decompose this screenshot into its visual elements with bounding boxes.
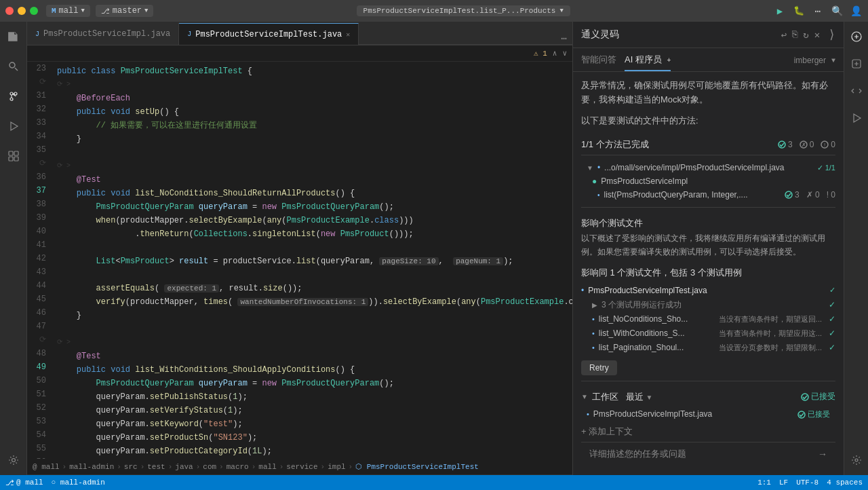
sidebar-item-git[interactable] [4,87,23,106]
run-config[interactable]: PmsProductServiceImplTest.list_P...Produ… [357,5,570,16]
sidebar-item-settings[interactable] [4,451,23,470]
title-center: PmsProductServiceImplTest.list_P...Produ… [159,5,768,16]
status-spaces[interactable]: 4 spaces [827,478,863,487]
breadcrumb-item[interactable]: @ mall [33,463,60,471]
search-icon[interactable]: 🔍 [830,4,844,18]
run-tests-icon[interactable] [847,109,866,128]
test-item-pagination[interactable]: • list_Pagination_Shoul... 当设置分页参数时，期望限制… [581,341,835,355]
unfold-icon[interactable]: ∨ [562,49,567,58]
affect-desc: 以下概述了受影响的测试文件，我将继续应用所有编译通过的测试用例。如果您需要编译失… [581,232,835,258]
panel-action-copy[interactable]: ⎘ [792,29,797,40]
more-tabs-icon[interactable]: ⋯ [561,33,567,44]
recent-chevron[interactable]: ▼ [646,394,652,401]
user-chevron[interactable]: ▼ [831,57,835,64]
editor-area: J PmsProductServiceImpl.java J PmsProduc… [27,22,572,475]
test-item-no-conditions[interactable]: • list_NoConditions_Sho... 当没有查询条件时，期望返回… [581,312,835,326]
panel-action-refresh[interactable]: ↻ [803,29,808,41]
workspace-file-name: PmsProductServiceImplTest.java [593,409,712,419]
status-branch[interactable]: ⎇ @ mall [5,478,43,487]
breadcrumb-item[interactable]: impl [328,463,345,471]
traffic-lights [5,7,38,15]
svg-point-0 [9,62,15,68]
fold-icon[interactable]: ∧ [553,49,557,58]
add-icon[interactable]: + [667,56,671,64]
fullscreen-button[interactable] [30,7,38,15]
code-line: PmsProductQueryParam queryParam = new Pm… [57,377,572,390]
breadcrumb-item[interactable]: java [175,463,193,471]
breadcrumb-item[interactable]: mall [258,463,276,471]
test-check-1: ✓ [829,314,835,324]
code-line [57,322,572,336]
debug-button[interactable]: 🐛 [792,4,806,18]
code-line: public void list_WithConditions_ShouldAp… [57,363,572,377]
more-button[interactable]: ⋯ [811,4,825,18]
tab-smart-qa[interactable]: 智能问答 [581,54,616,71]
file-icon-test: • [581,286,584,295]
svg-point-4 [10,98,13,100]
panel-tabs: 智能问答 AI 程序员 + imberger ▼ [573,48,844,72]
breadcrumb-item[interactable]: mall-admin [69,463,114,471]
stat-warn: ! 0 [821,140,835,149]
main-layout: J PmsProductServiceImpl.java J PmsProduc… [0,22,868,475]
svg-text:✗: ✗ [801,142,806,148]
svg-marker-5 [11,122,18,130]
far-right-sidebar [844,22,868,475]
test-check-2: ✓ [829,328,835,338]
task-input[interactable]: 详细描述您的任务或问题 → [589,448,827,460]
breadcrumb-item[interactable]: ⬡ PmsProductServiceImplTest [355,462,479,471]
test-file-header[interactable]: • PmsProductServiceImplTest.java ✓ [581,283,835,298]
test-item-with-conditions[interactable]: • list_WithConditions_S... 当有查询条件时，期望应用这… [581,326,835,341]
right-settings-icon[interactable] [847,451,866,470]
code-editor[interactable]: 23 ⟳ 31 32 33 34 35 ⟳ 36 37 38 39 40 41 … [27,62,572,459]
run-config-chevron: ▼ [559,7,563,14]
branch-selector[interactable]: ⎇ master ▼ [96,5,154,17]
code-line: queryParam.setBrandId(1L); [57,458,572,459]
svg-point-17 [802,394,808,400]
test-desc-2: 当有查询条件时，期望应用这... [719,328,822,339]
minimize-button[interactable] [18,7,26,15]
code-line: @Test [57,173,572,187]
code-content[interactable]: public class PmsProductServiceImplTest {… [52,62,572,459]
send-icon[interactable]: → [818,449,827,459]
panel-action-close[interactable]: ✕ [814,29,820,41]
code-line: public class PmsProductServiceImplTest { [57,64,572,78]
sidebar-item-explorer[interactable] [4,27,23,46]
tab-label: PmsProductServiceImpl.java [43,29,170,39]
breadcrumb-item[interactable]: service [286,463,317,471]
workspace-file-icon: • [587,410,589,418]
tab-close-button[interactable]: ✕ [346,31,350,39]
status-encoding[interactable]: UTF-8 [796,478,818,487]
file-tree-root[interactable]: ▼ • ...o/mall/service/impl/PmsProductSer… [581,161,835,174]
workspace-file-row[interactable]: • PmsProductServiceImplTest.java 已接受 [581,407,835,421]
sidebar-item-extensions[interactable] [4,147,23,166]
add-context-button[interactable]: + 添加上下文 [581,421,835,442]
breadcrumb-item[interactable]: macro [226,463,249,471]
test-file-icon-2: • [592,329,595,337]
method-stats: 3 ✗ 0 ! 0 [785,190,835,200]
run-button[interactable]: ▶ [773,4,787,18]
tongyi-icon[interactable] [847,27,866,46]
code-icon[interactable] [847,81,866,100]
status-line-ending[interactable]: LF [779,478,788,487]
ai-icon[interactable] [847,54,866,73]
project-selector[interactable]: M mall ▼ [46,5,90,17]
breadcrumb-item[interactable]: test [147,463,165,471]
account-icon[interactable]: 👤 [849,4,863,18]
panel-content[interactable]: 及异常情况，确保测试用例尽可能地覆盖所有代码路径。如有必要，我将构建适当的Moc… [573,72,844,475]
panel-action-expand[interactable]: ⟩ [828,27,835,42]
tab-ai-programmer[interactable]: AI 程序员 + [625,54,671,71]
right-panel-header: 通义灵码 ↩ ⎘ ↻ ✕ ⟩ [573,22,844,48]
tab-pmsproductserviceimpltest[interactable]: J PmsProductServiceImplTest.java ✕ [179,23,359,45]
sidebar-item-run[interactable] [4,117,23,136]
branch-chevron: ▼ [144,7,148,14]
breadcrumb-item[interactable]: src [124,463,138,471]
sidebar-item-search[interactable] [4,57,23,76]
status-position[interactable]: 1:1 [757,478,771,487]
method-row[interactable]: • list(PmsProductQueryParam, Integer,...… [581,188,835,202]
status-module[interactable]: ○ mall-admin [52,478,105,487]
retry-button[interactable]: Retry [581,360,617,375]
tab-pmsproductserviceimpl[interactable]: J PmsProductServiceImpl.java [27,23,179,45]
panel-action-back[interactable]: ↩ [781,29,787,41]
close-button[interactable] [5,7,14,15]
breadcrumb-item[interactable]: com [203,463,216,471]
